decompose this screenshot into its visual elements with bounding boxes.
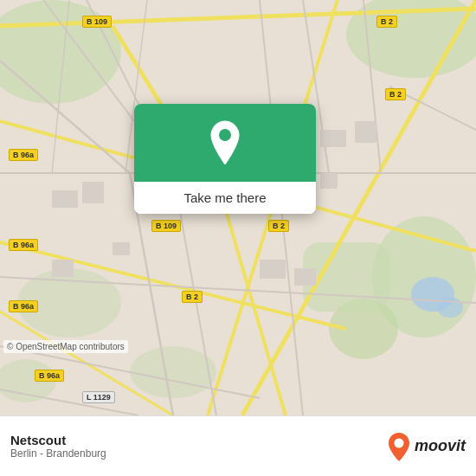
road-badge-b96a-1: B 96a (9, 145, 38, 161)
svg-rect-38 (320, 130, 346, 147)
map: B 109 B 2 B 2 B 109 B 2 B 2 B 96a B 96a … (0, 0, 476, 415)
svg-point-44 (394, 438, 403, 447)
map-attribution: © OpenStreetMap contributors (3, 340, 128, 353)
road-badge-b96a-4: B 96a (35, 366, 64, 382)
road-badge-b2-lower: B 2 (182, 287, 203, 303)
svg-rect-35 (82, 182, 104, 203)
svg-rect-39 (355, 121, 376, 143)
location-pin-icon (206, 119, 244, 166)
svg-rect-42 (294, 268, 316, 286)
popup-top (134, 104, 316, 182)
road-badge-b2-right: B 2 (385, 85, 406, 100)
road-badge-b96a-2: B 96a (9, 235, 38, 251)
svg-rect-34 (52, 190, 78, 208)
road-badge-b2-top: B 2 (376, 12, 397, 28)
moovit-text: moovit (415, 437, 466, 455)
location-popup: Take me there (134, 104, 316, 214)
popup-bottom[interactable]: Take me there (134, 182, 316, 214)
svg-rect-40 (320, 173, 338, 189)
road-badge-b96a-3: B 96a (9, 297, 38, 312)
svg-rect-41 (260, 260, 286, 279)
moovit-pin-icon (387, 432, 411, 461)
location-info: Netscout Berlin - Brandenburg (10, 433, 387, 460)
road-badge-b2-mid: B 2 (268, 216, 289, 232)
bottom-bar: Netscout Berlin - Brandenburg moovit (0, 415, 476, 476)
svg-point-43 (219, 129, 231, 141)
road-badge-l1129: L 1129 (82, 388, 115, 403)
road-badge-b109-mid: B 109 (151, 216, 181, 232)
location-name: Netscout (10, 433, 387, 447)
road-badge-b109-top: B 109 (82, 12, 112, 28)
take-me-there-button[interactable]: Take me there (183, 190, 266, 205)
svg-rect-37 (52, 260, 74, 277)
svg-point-10 (437, 297, 463, 318)
svg-point-7 (130, 346, 216, 398)
moovit-logo: moovit (387, 432, 466, 461)
location-detail: Berlin - Brandenburg (10, 447, 387, 460)
svg-rect-36 (113, 242, 130, 255)
